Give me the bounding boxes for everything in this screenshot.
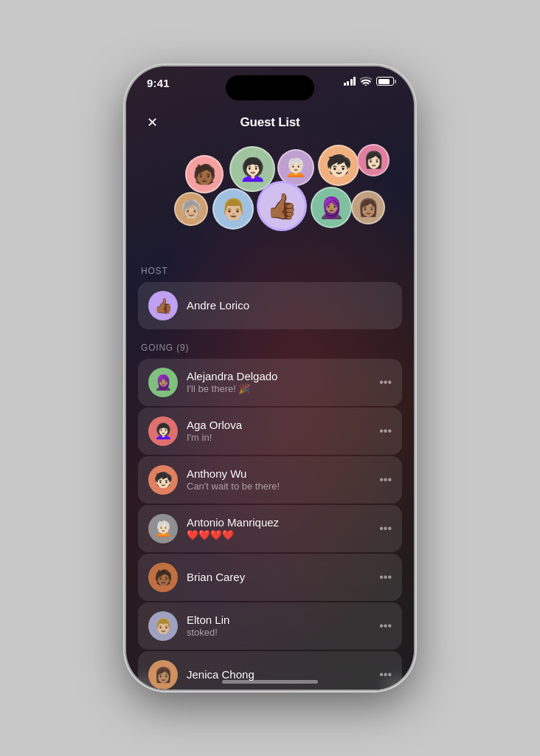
cluster-avatar-8-host: 👍🏾 [257,181,307,231]
guest-status-anthony: Can't wait to be there! [187,481,373,493]
host-avatar: 👍🏾 [148,291,178,320]
nav-title: Guest List [240,115,300,130]
cluster-avatar-7: 👨🏼 [212,188,254,230]
screen: 9:41 [126,66,414,690]
cluster-avatar-4: 🧒🏻 [318,145,359,186]
guest-card-jenica[interactable]: 👩🏽 Jenica Chong ••• [138,651,402,690]
cluster-avatar-9: 🧕🏽 [311,187,352,228]
dynamic-island [226,75,314,100]
guest-avatar-elton: 👨🏼 [148,611,178,641]
cluster-avatar-1: 🧑🏾 [185,155,224,193]
more-button-elton[interactable]: ••• [379,619,392,633]
more-button-antonio[interactable]: ••• [379,522,392,535]
guest-avatar-brian: 🧑🏾 [148,563,178,592]
more-button-anthony[interactable]: ••• [379,473,392,487]
cluster-avatar-6: 🧓🏼 [174,192,208,226]
cluster-avatar-5: 👩🏻 [357,144,390,176]
more-button-brian[interactable]: ••• [379,571,392,584]
signal-icon [344,77,356,86]
more-button-aga[interactable]: ••• [379,425,392,438]
guest-avatar-antonio: 🧑🏻‍🦳 [148,514,178,543]
status-time: 9:41 [147,77,170,89]
close-button[interactable]: ✕ [141,111,163,134]
home-indicator [222,680,318,684]
avatar-cluster: 🧑🏾 👩🏻‍🦱 🧑🏻‍🦳 🧒🏻 👩🏻 🧓🏼 👨🏼 👍🏾 🧕🏽 👩🏽 [126,140,414,258]
going-section-label: GOING (9) [141,343,402,353]
wifi-icon [360,77,372,86]
host-info: Andre Lorico [187,298,392,313]
guest-name-anthony: Anthony Wu [187,467,373,481]
guest-status-alejandra: I'll be there! 🎉 [187,383,373,396]
guest-card-elton[interactable]: 👨🏼 Elton Lin stoked! ••• [138,602,402,650]
more-button-alejandra[interactable]: ••• [379,376,392,389]
guest-status-antonio: ❤️❤️❤️❤️ [187,529,373,542]
list-container[interactable]: HOST 👍🏾 Andre Lorico GOING (9) 🧕🏽 Alejan… [126,266,414,690]
guest-name-alejandra: Alejandra Delgado [187,369,373,384]
guest-name-elton: Elton Lin [187,613,373,628]
guest-name-aga: Aga Orlova [187,418,373,433]
guest-card-alejandra[interactable]: 🧕🏽 Alejandra Delgado I'll be there! 🎉 ••… [138,359,402,406]
guest-info-alejandra: Alejandra Delgado I'll be there! 🎉 [187,369,373,396]
host-section-label: HOST [141,266,402,276]
cluster-avatar-10: 👩🏽 [351,190,385,224]
guest-avatar-aga: 👩🏻‍🦱 [148,416,178,446]
guest-card-aga[interactable]: 👩🏻‍🦱 Aga Orlova I'm in! ••• [138,408,402,455]
host-card: 👍🏾 Andre Lorico [138,282,402,329]
phone-frame: 9:41 [126,66,414,690]
nav-bar: ✕ Guest List [126,106,414,139]
guest-info-brian: Brian Carey [187,570,373,585]
more-button-jenica[interactable]: ••• [379,668,392,681]
guest-status-aga: I'm in! [187,432,373,444]
guest-name-brian: Brian Carey [187,570,373,585]
guest-info-aga: Aga Orlova I'm in! [187,418,373,444]
guest-card-antonio[interactable]: 🧑🏻‍🦳 Antonio Manriquez ❤️❤️❤️❤️ ••• [138,505,402,552]
guest-info-anthony: Anthony Wu Can't wait to be there! [187,467,373,493]
status-icons [344,77,397,86]
guest-avatar-anthony: 🧒🏻 [148,465,178,495]
guest-status-elton: stoked! [187,627,373,639]
guest-card-brian[interactable]: 🧑🏾 Brian Carey ••• [138,554,402,601]
guest-avatar-jenica: 👩🏽 [148,660,178,690]
guest-avatar-alejandra: 🧕🏽 [148,368,178,397]
guest-info-elton: Elton Lin stoked! [187,613,373,639]
battery-icon [376,77,396,86]
host-name: Andre Lorico [187,298,392,313]
guest-info-antonio: Antonio Manriquez ❤️❤️❤️❤️ [187,515,373,542]
guest-name-antonio: Antonio Manriquez [187,515,373,530]
guest-card-anthony[interactable]: 🧒🏻 Anthony Wu Can't wait to be there! ••… [138,456,402,504]
